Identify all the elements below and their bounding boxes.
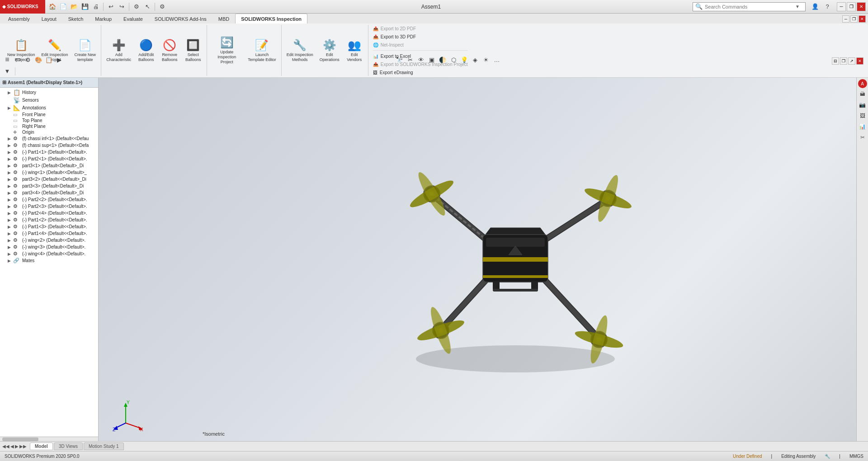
rt-camera-btn[interactable]: 📷 (858, 100, 868, 110)
tree-item-mates[interactable]: ▶ 🔗 Mates (0, 257, 98, 264)
export-edrawing[interactable]: 🖼 Export eDrawing (373, 69, 468, 76)
edit-vendors-btn[interactable]: 👥 EditVendors (343, 38, 366, 64)
select-balloons-btn[interactable]: 🔲 SelectBalloons (182, 38, 204, 64)
tree-item-origin[interactable]: ✚ Origin (0, 129, 98, 135)
view-wire-btn[interactable]: ⬡ (448, 55, 458, 65)
rt-scene-btn[interactable]: 🏔 (858, 89, 868, 99)
update-inspection-btn[interactable]: 🔄 Update InspectionProject (209, 38, 244, 64)
ribbon-minimize[interactable]: ─ (842, 15, 849, 23)
view-hid-btn[interactable]: ▣ (427, 55, 437, 65)
options-btn[interactable]: ⚙ (157, 2, 167, 12)
tree-item-part2-4[interactable]: ▶ ⚙ (-) Part2<4> (Default<<Default>. (0, 210, 98, 216)
tree-item-part2-2[interactable]: ▶ ⚙ (-) Part2<2> (Default<<Default>. (0, 196, 98, 203)
tab-assembly[interactable]: Assembly (2, 14, 36, 24)
filter-btn[interactable]: ▼ (2, 66, 12, 76)
nav-prev[interactable]: ◀ (10, 444, 14, 449)
tree-item-front-plane[interactable]: ▭ Front Plane (0, 112, 98, 118)
property-tab[interactable]: 🏷 (13, 55, 23, 65)
rt-display-btn[interactable]: 📊 (858, 122, 868, 132)
tree-item-right-plane[interactable]: ▭ Right Plane (0, 123, 98, 129)
panel-close[interactable]: ✕ (856, 57, 863, 65)
tree-item-wing4[interactable]: ▶ ⚙ (-) wing<4> (Default<<Default>. (0, 250, 98, 257)
view-disp-btn[interactable]: 👁 (416, 55, 426, 65)
bottom-tab-model[interactable]: Model (30, 442, 53, 450)
new-btn[interactable]: 📄 (58, 2, 68, 12)
restore-btn[interactable]: ❐ (847, 2, 856, 11)
tree-item-wing2[interactable]: ▶ ⚙ (-) wing<2> (Default<<Default>. (0, 237, 98, 244)
view-sect-btn[interactable]: ✂ (405, 55, 415, 65)
view-realview-btn[interactable]: 💡 (459, 55, 469, 65)
view-orient-btn[interactable]: 🔭 (394, 55, 404, 65)
launch-template-btn[interactable]: 📝 LaunchTemplate Editor (245, 38, 279, 64)
home-btn[interactable]: 🏠 (47, 2, 57, 12)
tree-item-top-plane[interactable]: ▭ Top Plane (0, 118, 98, 123)
tree-item-part3-2[interactable]: ▶ ⚙ part3<2> (Default<<Default>_Di (0, 176, 98, 183)
tree-item-part1-1[interactable]: ▶ ⚙ (-) Part1<1> (Default<<Default>. (0, 149, 98, 155)
nav-first[interactable]: ◀◀ (2, 444, 9, 449)
print-btn[interactable]: 🖨 (91, 2, 101, 12)
tab-markup[interactable]: Markup (89, 14, 118, 24)
edit-operations-btn[interactable]: ⚙️ EditOperations (317, 38, 342, 64)
rt-section-btn[interactable]: ✂ (858, 132, 868, 142)
rt-decals-btn[interactable]: 🖼 (858, 111, 868, 121)
create-template-btn[interactable]: 📄 Create Newtemplate (72, 38, 99, 64)
viewport[interactable]: Y X Z *Isometric (99, 78, 856, 441)
view-amb-btn[interactable]: ☀ (481, 55, 491, 65)
panel-restore[interactable]: ❐ (840, 57, 847, 65)
tree-item-sensors[interactable]: 📡 Sensors (0, 96, 98, 104)
panel-min[interactable]: ⊟ (832, 57, 839, 65)
tree-item-part2-3[interactable]: ▶ ⚙ (-) Part2<3> (Default<<Default>. (0, 203, 98, 210)
minimize-btn[interactable]: ─ (837, 2, 846, 11)
tree-item-annotations[interactable]: ▶ 📐 Annotations (0, 104, 98, 112)
ribbon-close[interactable]: ✕ (859, 15, 866, 23)
tree-scrollbar-h[interactable] (0, 437, 98, 441)
custom-tab[interactable]: 📋 (44, 55, 54, 65)
redo-btn[interactable]: ↪ (117, 2, 127, 12)
config-tab[interactable]: ⚙ (23, 55, 33, 65)
ribbon-restore[interactable]: ❐ (850, 15, 858, 23)
tree-item-part1-3[interactable]: ▶ ⚙ (-) Part1<3> (Default<<Default>. (0, 223, 98, 230)
tree-item-part2-1[interactable]: ▶ ⚙ (-) Part2<1> (Default<<Default>. (0, 155, 98, 162)
tree-item-history[interactable]: ▶ 📋 History (0, 89, 98, 96)
tree-item-wing1[interactable]: ▶ ⚙ (-) wing<1> (Default<<Default>_ (0, 169, 98, 176)
expand-tab[interactable]: ▶ (54, 55, 64, 65)
rebuild-btn[interactable]: ⚙ (132, 2, 142, 12)
tab-mbd[interactable]: MBD (212, 14, 235, 24)
rt-appearance-btn[interactable]: A (858, 79, 867, 88)
cursor-btn[interactable]: ↖ (142, 2, 152, 12)
feature-manager-tab[interactable]: ≡ (2, 55, 12, 65)
tab-inspection[interactable]: SOLIDWORKS Inspection (235, 14, 307, 24)
add-edit-balloons-btn[interactable]: 🔵 Add/EditBalloons (135, 38, 157, 64)
search-bar[interactable]: 🔍 ▼ (693, 2, 806, 11)
help-icon[interactable]: ? (822, 2, 832, 12)
tree-item-chassi-inf[interactable]: ▶ ⚙ (f) chassi inf<1> (Default<<Defau (0, 135, 98, 142)
tree-item-chassi-sup[interactable]: ▶ ⚙ (f) chassi sup<1> (Default<<Defa (0, 142, 98, 149)
search-input[interactable] (705, 4, 795, 9)
save-btn[interactable]: 💾 (80, 2, 90, 12)
tree-item-wing3[interactable]: ▶ ⚙ (-) wing<3> (Default<<Default>. (0, 244, 98, 250)
tree-item-part3-1[interactable]: ▶ ⚙ part3<1> (Default<Default>_Di (0, 162, 98, 169)
add-characteristic-btn[interactable]: ➕ AddCharacteristic (104, 38, 134, 64)
panel-max[interactable]: ↗ (848, 57, 855, 65)
remove-balloons-btn[interactable]: 🚫 RemoveBalloons (158, 38, 181, 64)
tab-addins[interactable]: SOLIDWORKS Add-Ins (149, 14, 212, 24)
nav-next[interactable]: ▶ (15, 444, 19, 449)
view-shad-btn[interactable]: 🌓 (438, 55, 448, 65)
bottom-tab-motion[interactable]: Motion Study 1 (84, 442, 124, 450)
tab-sketch[interactable]: Sketch (62, 14, 90, 24)
tab-layout[interactable]: Layout (36, 14, 62, 24)
tree-item-part1-2[interactable]: ▶ ⚙ (-) Part1<2> (Default<<Default>. (0, 216, 98, 223)
tree-content[interactable]: ▶ 📋 History 📡 Sensors ▶ 📐 Annotations ▭ … (0, 88, 98, 437)
appearance-tab[interactable]: 🎨 (33, 55, 43, 65)
view-more-btn[interactable]: … (492, 55, 502, 65)
edit-inspection-methods-btn[interactable]: 🔧 Edit InspectionMethods (284, 38, 316, 64)
export-3d-pdf[interactable]: 📤 Export to 3D PDF (373, 33, 468, 40)
nav-last[interactable]: ▶▶ (19, 444, 27, 449)
undo-btn[interactable]: ↩ (106, 2, 116, 12)
view-persp-btn[interactable]: ◈ (470, 55, 480, 65)
open-btn[interactable]: 📂 (69, 2, 79, 12)
tree-item-part1-4[interactable]: ▶ ⚙ (-) Part1<4> (Default<<Default>. (0, 230, 98, 237)
tab-evaluate[interactable]: Evaluate (118, 14, 149, 24)
bottom-tab-3dviews[interactable]: 3D Views (54, 442, 83, 450)
user-icon[interactable]: 👤 (810, 2, 820, 12)
